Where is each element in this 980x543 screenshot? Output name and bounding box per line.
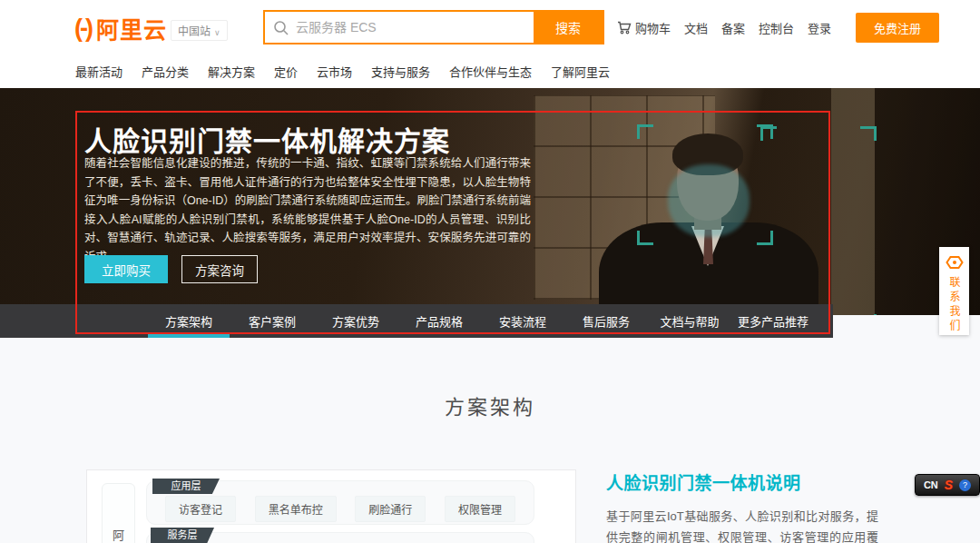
tab-customer-cases[interactable]: 客户案例: [230, 304, 314, 338]
service-layer-tag: 服务层: [151, 528, 214, 543]
search-button[interactable]: 搜索: [534, 12, 603, 43]
tab-more-products[interactable]: 更多产品推荐: [731, 304, 815, 338]
main-nav: 最新活动 产品分类 解决方案 定价 云市场 支持与服务 合作伙伴与生态 了解阿里…: [0, 54, 980, 88]
hero-description: 随着社会智能信息化建设的推进，传统的一卡通、指纹、虹膜等门禁系统给人们通行带来了…: [84, 154, 531, 266]
tab-advantages[interactable]: 方案优势: [314, 304, 397, 338]
nav-item-pricing[interactable]: 定价: [274, 63, 298, 80]
register-button[interactable]: 免费注册: [856, 13, 939, 43]
sogou-ime-icon[interactable]: S: [945, 478, 953, 492]
search-input[interactable]: [265, 12, 534, 43]
region-label: 中国站: [178, 25, 211, 38]
consult-button[interactable]: 方案咨询: [181, 255, 258, 283]
solution-tabbar: 方案架构 客户案例 方案优势 产品规格 安装流程 售后服务 文档与帮助 更多产品…: [0, 304, 833, 338]
tab-installation[interactable]: 安装流程: [481, 304, 564, 338]
top-header: (-) 阿里云 中国站∨ 搜索 购物车 文档 备案 控制台 登录 免费注册: [0, 0, 980, 54]
ime-toolbar: CN S ?: [915, 474, 980, 496]
cart-icon: [617, 21, 632, 35]
cart-label: 购物车: [635, 19, 671, 36]
nav-item-marketplace[interactable]: 云市场: [317, 63, 352, 80]
hero-banner: 人脸识别门禁一体机解决方案 随着社会智能信息化建设的推进，传统的一卡通、指纹、虹…: [0, 88, 980, 315]
nav-item-about[interactable]: 了解阿里云: [551, 63, 610, 80]
contact-camera-icon: [946, 255, 964, 270]
nav-item-activities[interactable]: 最新活动: [75, 63, 122, 80]
hero-buttons: 立即购买 方案咨询: [84, 255, 258, 283]
application-layer-tag: 应用层: [152, 479, 220, 494]
arch-box-blacklist-control: 黑名单布控: [255, 496, 337, 522]
nav-item-support[interactable]: 支持与服务: [371, 63, 430, 80]
section-title: 方案架构: [0, 390, 980, 420]
nav-item-products[interactable]: 产品分类: [142, 63, 189, 80]
solution-description-body: 基于阿里云IoT基础服务、人脸识别和比对服务，提供完整的闸机管理、权限管理、访客…: [606, 506, 878, 543]
ime-help-icon[interactable]: ?: [959, 479, 971, 491]
aliyun-logo-icon: (-): [74, 15, 91, 43]
nav-item-partners[interactable]: 合作伙伴与生态: [449, 63, 532, 80]
docs-link[interactable]: 文档: [684, 19, 708, 36]
contact-us-widget[interactable]: 联系我们: [939, 247, 969, 335]
cart-link[interactable]: 购物车: [617, 19, 671, 36]
aliyun-logo-text: 阿里云: [96, 12, 167, 44]
contact-us-label: 联系我们: [946, 276, 962, 334]
architecture-diagram-card: 阿 访客登记 黑名单布控 刷脸通行 权限管理 应用层 服务层: [86, 469, 576, 543]
header-links: 购物车 文档 备案 控制台 登录 免费注册: [617, 0, 939, 54]
tab-specs[interactable]: 产品规格: [397, 304, 481, 338]
face-detection-frame-secondary: [760, 126, 877, 329]
login-link[interactable]: 登录: [808, 19, 831, 36]
tab-architecture[interactable]: 方案架构: [147, 304, 230, 338]
architecture-side-column: 阿: [102, 483, 135, 543]
beian-link[interactable]: 备案: [721, 19, 745, 36]
arch-box-permission-mgmt: 权限管理: [445, 496, 515, 522]
region-selector[interactable]: 中国站∨: [171, 20, 228, 41]
search-box: 搜索: [263, 10, 604, 44]
nav-item-solutions[interactable]: 解决方案: [208, 63, 255, 80]
solution-description-heading: 人脸识别门禁一体机说明: [606, 469, 878, 494]
buy-now-button[interactable]: 立即购买: [84, 255, 168, 283]
aliyun-solution-page: (-) 阿里云 中国站∨ 搜索 购物车 文档 备案 控制台 登录 免费注册 最新…: [0, 0, 980, 543]
tab-after-sales[interactable]: 售后服务: [564, 304, 648, 338]
ime-language-indicator[interactable]: CN: [924, 479, 938, 490]
arch-box-face-passage: 刷脸通行: [355, 496, 426, 522]
face-detection-frame: [637, 124, 773, 245]
solution-description: 人脸识别门禁一体机说明 基于阿里云IoT基础服务、人脸识别和比对服务，提供完整的…: [606, 469, 878, 543]
hero-title: 人脸识别门禁一体机解决方案: [84, 119, 450, 159]
side-column-label: 阿: [113, 526, 124, 543]
console-link[interactable]: 控制台: [759, 19, 794, 36]
arch-box-visitor-registration: 访客登记: [165, 496, 236, 522]
search-icon: [273, 20, 289, 36]
chevron-down-icon: ∨: [214, 28, 220, 37]
aliyun-logo[interactable]: (-) 阿里云: [74, 12, 167, 44]
tab-docs-help[interactable]: 文档与帮助: [648, 304, 731, 338]
